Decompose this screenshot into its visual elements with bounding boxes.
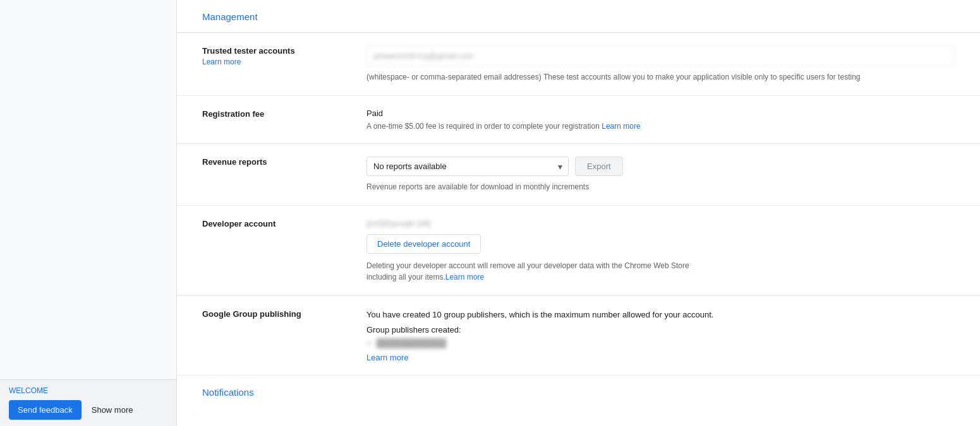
- registration-fee-label-col: Registration fee: [202, 109, 366, 120]
- reports-select-wrapper: No reports available: [366, 157, 569, 176]
- revenue-reports-value-col: No reports available Export Revenue repo…: [366, 157, 955, 192]
- sidebar: WELCOME Send feedback Show more: [0, 0, 177, 426]
- export-button[interactable]: Export: [575, 157, 623, 176]
- group-publishers-list: ████████████: [366, 337, 955, 349]
- settings-table: Trusted tester accounts Learn more jshwe…: [177, 33, 980, 376]
- developer-account-value-col: j[url]@google [alt] Delete developer acc…: [366, 218, 955, 283]
- trusted-tester-row: Trusted tester accounts Learn more jshwe…: [177, 33, 980, 96]
- revenue-reports-row: Revenue reports No reports available Exp…: [177, 144, 980, 206]
- google-group-publishing-value-col: You have created 10 group publishers, wh…: [366, 309, 955, 362]
- notifications-heading: Notifications: [177, 376, 980, 398]
- registration-fee-info: A one-time $5.00 fee is required in orde…: [366, 122, 955, 131]
- revenue-controls: No reports available Export: [366, 157, 955, 176]
- delete-warning-text: Deleting your developer account will rem…: [366, 260, 695, 283]
- trusted-tester-label: Trusted tester accounts: [202, 45, 354, 57]
- show-more-button[interactable]: Show more: [87, 400, 138, 420]
- registration-fee-row: Registration fee Paid A one-time $5.00 f…: [177, 96, 980, 144]
- developer-account-learn-more[interactable]: Learn more: [445, 273, 484, 281]
- developer-account-label: Developer account: [202, 218, 354, 230]
- registration-fee-status: Paid: [366, 109, 955, 118]
- revenue-reports-label: Revenue reports: [202, 157, 354, 168]
- delete-developer-account-button[interactable]: Delete developer account: [366, 234, 481, 254]
- registration-fee-info-text: A one-time $5.00 fee is required in orde…: [366, 122, 600, 131]
- google-group-publishing-row: Google Group publishing You have created…: [177, 296, 980, 376]
- revenue-reports-label-col: Revenue reports: [202, 157, 366, 168]
- reports-select[interactable]: No reports available: [366, 157, 569, 176]
- registration-fee-label: Registration fee: [202, 109, 354, 120]
- trusted-tester-email-display: jshwemrt18 k1j@gmail.com: [366, 45, 955, 66]
- registration-fee-value-col: Paid A one-time $5.00 fee is required in…: [366, 109, 955, 131]
- registration-fee-learn-more[interactable]: Learn more: [602, 122, 640, 131]
- management-heading: Management: [177, 0, 980, 33]
- send-feedback-button[interactable]: Send feedback: [9, 400, 82, 420]
- trusted-tester-learn-more[interactable]: Learn more: [202, 57, 241, 66]
- developer-account-label-col: Developer account: [202, 218, 366, 230]
- group-pub-sub-text: Group publishers created:: [366, 325, 955, 334]
- main-content: Management Trusted tester accounts Learn…: [177, 0, 980, 426]
- trusted-tester-value-col: jshwemrt18 k1j@gmail.com (whitespace- or…: [366, 45, 955, 83]
- welcome-text: WELCOME: [9, 386, 167, 395]
- group-pub-main-text: You have created 10 group publishers, wh…: [366, 309, 955, 321]
- trusted-tester-label-col: Trusted tester accounts Learn more: [202, 45, 366, 66]
- group-list-item: ████████████: [366, 337, 955, 349]
- trusted-tester-helper-text: (whitespace- or comma-separated email ad…: [366, 71, 955, 83]
- developer-account-row: Developer account j[url]@google [alt] De…: [177, 206, 980, 296]
- google-group-publishing-label-col: Google Group publishing: [202, 309, 366, 320]
- revenue-reports-helper-text: Revenue reports are available for downlo…: [366, 181, 955, 192]
- developer-account-email: j[url]@google [alt]: [366, 218, 955, 228]
- welcome-banner: WELCOME Send feedback Show more: [0, 379, 176, 426]
- google-group-learn-more[interactable]: Learn more: [366, 353, 408, 362]
- delete-warning-main: Deleting your developer account will rem…: [366, 261, 689, 281]
- google-group-publishing-label: Google Group publishing: [202, 309, 354, 320]
